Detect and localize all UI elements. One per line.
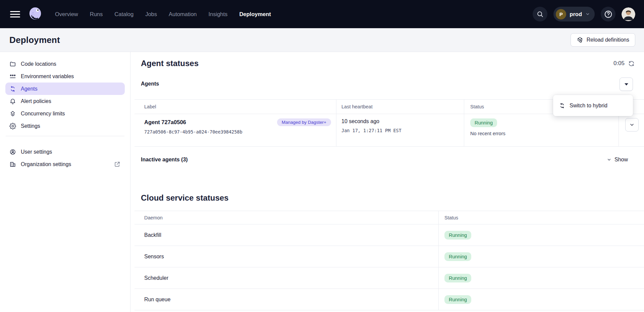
env-vars-icon: [9, 73, 16, 80]
agent-name: Agent 727a0506: [144, 119, 186, 125]
daemon-status-cell: Running: [439, 224, 644, 246]
daemon-status-cell: Running: [439, 246, 644, 267]
countdown-value: 0:05: [613, 60, 625, 67]
sidebar-item-alert-policies[interactable]: Alert policies: [0, 95, 130, 107]
sidebar-item-label: Settings: [21, 123, 40, 129]
agent-actions-menu: Switch to hybrid: [553, 95, 633, 116]
sidebar-divider: [6, 136, 124, 136]
reload-definitions-label: Reload definitions: [587, 37, 629, 43]
daemon-row-run-queue: Run queue Running: [135, 289, 644, 310]
status-badge: Running: [444, 274, 471, 282]
status-badge: Running: [444, 252, 471, 261]
agent-uuid: 727a0506-8c97-4b95-a024-70ee3984258b: [144, 129, 336, 135]
user-avatar[interactable]: [622, 7, 635, 21]
deployment-initial-badge: P: [556, 9, 566, 19]
refresh-countdown: 0:05: [613, 60, 635, 67]
daemon-name: Sensors: [135, 246, 439, 267]
status-badge: Running: [444, 295, 471, 304]
sidebar-item-label: Organization settings: [21, 161, 71, 167]
sidebar-item-label: Environment variables: [21, 73, 74, 80]
agent-row: Agent 727a0506 Managed by Dagster+ 727a0…: [135, 114, 644, 147]
column-header-label: Label: [135, 100, 336, 114]
nav-item-automation[interactable]: Automation: [169, 11, 197, 17]
show-label: Show: [614, 157, 628, 163]
gear-icon: [9, 123, 16, 129]
column-header-last-heartbeat: Last heartbeat: [336, 100, 464, 114]
daemon-row-scheduler: Scheduler Running: [135, 267, 644, 289]
sidebar-item-label: Code locations: [21, 61, 56, 67]
column-header-status: Status: [439, 211, 644, 224]
primary-nav: Overview Runs Catalog Jobs Automation In…: [55, 11, 271, 17]
caret-down-icon: [625, 83, 628, 86]
user-circle-icon: [9, 149, 16, 155]
folder-icon: [9, 61, 16, 67]
agent-row-expand-button[interactable]: [625, 118, 639, 132]
menu-item-switch-to-hybrid[interactable]: Switch to hybrid: [570, 103, 607, 109]
nav-item-jobs[interactable]: Jobs: [145, 11, 157, 17]
nav-right-cluster: P prod: [533, 7, 635, 21]
agent-heartbeat-cell: 10 seconds ago Jan 17, 1:27:11 PM EST: [336, 114, 464, 146]
nav-item-deployment[interactable]: Deployment: [239, 11, 271, 17]
sidebar-item-organization-settings[interactable]: Organization settings: [0, 158, 130, 170]
daemon-status-cell: Running: [439, 267, 644, 289]
sidebar-item-label: Concurrency limits: [21, 111, 65, 117]
column-header-daemon: Daemon: [135, 211, 439, 224]
chevron-down-icon: [629, 122, 635, 127]
daemon-name: Run queue: [135, 289, 439, 310]
sidebar-item-label: User settings: [21, 149, 52, 155]
sidebar-item-concurrency-limits[interactable]: Concurrency limits: [0, 107, 130, 120]
cycle-icon: [559, 103, 565, 109]
dagster-logo-icon[interactable]: [28, 6, 43, 22]
show-inactive-agents-button[interactable]: Show: [607, 157, 628, 163]
sidebar-item-label: Agents: [21, 86, 38, 92]
sidebar-item-agents[interactable]: Agents: [5, 83, 125, 95]
reload-definitions-button[interactable]: Reload definitions: [571, 33, 635, 47]
agent-statuses-title: Agent statuses: [141, 59, 199, 68]
status-note: No recent errors: [470, 131, 619, 136]
heartbeat-timestamp: Jan 17, 1:27:11 PM EST: [341, 128, 464, 133]
help-icon: [604, 10, 613, 19]
search-icon: [536, 10, 544, 18]
chevron-down-icon: [585, 12, 590, 16]
deployment-switcher[interactable]: P prod: [553, 7, 595, 21]
refresh-icon[interactable]: [628, 60, 635, 67]
help-button[interactable]: [601, 7, 615, 21]
main-content: Agent statuses 0:05 Agents Label Last he…: [130, 52, 644, 312]
inactive-agents-heading: Inactive agents (3): [141, 157, 188, 163]
settings-sidebar: Code locations Environment variables A: [0, 52, 130, 312]
daemon-name: Scheduler: [135, 267, 439, 289]
sidebar-item-environment-variables[interactable]: Environment variables: [0, 70, 130, 83]
agent-label-cell: Agent 727a0506 Managed by Dagster+ 727a0…: [135, 114, 336, 146]
sidebar-item-label: Alert policies: [21, 98, 51, 104]
daemon-name: Backfill: [135, 224, 439, 246]
agent-actions-dropdown-button[interactable]: [620, 77, 633, 91]
status-badge: Running: [444, 231, 471, 240]
heartbeat-relative: 10 seconds ago: [341, 118, 464, 124]
building-icon: [9, 161, 16, 168]
daemon-row-sensors: Sensors Running: [135, 246, 644, 267]
cloud-service-statuses-title: Cloud service statuses: [141, 193, 228, 203]
package-reload-icon: [577, 37, 583, 43]
deployment-name: prod: [570, 11, 582, 17]
sidebar-item-settings[interactable]: Settings: [0, 120, 130, 132]
managed-by-dagster-badge: Managed by Dagster+: [277, 118, 331, 126]
nav-item-runs[interactable]: Runs: [90, 11, 103, 17]
page-title: Deployment: [9, 35, 60, 45]
agents-section-heading: Agents: [141, 81, 159, 87]
search-button[interactable]: [533, 7, 547, 21]
external-link-icon: [114, 161, 120, 167]
nav-item-overview[interactable]: Overview: [55, 11, 78, 17]
nav-item-insights[interactable]: Insights: [209, 11, 228, 17]
agent-status-cell: Running No recent errors: [464, 114, 619, 146]
daemon-status-cell: Running: [439, 289, 644, 310]
sidebar-item-user-settings[interactable]: User settings: [0, 146, 130, 158]
layers-icon: [9, 110, 16, 117]
nav-item-catalog[interactable]: Catalog: [114, 11, 133, 17]
sidebar-item-code-locations[interactable]: Code locations: [0, 58, 130, 70]
hamburger-menu-icon[interactable]: [10, 11, 20, 17]
cloud-table-header: Daemon Status: [135, 211, 644, 224]
agents-cycle-icon: [9, 86, 16, 92]
page-header: Deployment Reload definitions: [0, 28, 644, 52]
bell-icon: [9, 98, 16, 105]
daemon-row-backfill: Backfill Running: [135, 224, 644, 246]
